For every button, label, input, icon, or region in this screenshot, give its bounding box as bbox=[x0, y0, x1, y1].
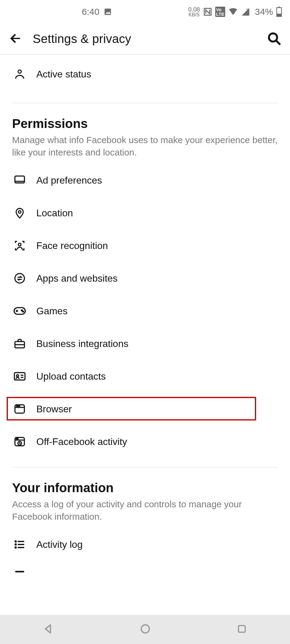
back-arrow-icon bbox=[8, 31, 22, 45]
settings-item-upload-contacts[interactable]: Upload contacts bbox=[0, 360, 290, 393]
browser-history-icon bbox=[13, 436, 26, 447]
settings-item-label: Off-Facebook activity bbox=[36, 436, 127, 447]
svg-point-38 bbox=[15, 544, 16, 545]
settings-item-label: Games bbox=[36, 306, 68, 317]
svg-point-34 bbox=[18, 438, 18, 439]
app-header: Settings & privacy bbox=[0, 24, 290, 54]
battery-icon bbox=[276, 7, 282, 17]
image-icon bbox=[104, 8, 112, 16]
status-left: 6:40 bbox=[82, 7, 112, 17]
search-icon bbox=[266, 31, 282, 46]
settings-item-off-facebook-activity[interactable]: Off-Facebook activity bbox=[0, 425, 290, 458]
section-title: Permissions bbox=[12, 116, 278, 131]
settings-item-partial[interactable] bbox=[0, 561, 290, 573]
section-subtitle: Manage what info Facebook uses to make y… bbox=[12, 134, 278, 159]
signal-icon: x bbox=[241, 7, 250, 16]
status-time: 6:40 bbox=[82, 7, 99, 17]
net-speed-unit: KB/S bbox=[188, 12, 200, 17]
svg-point-18 bbox=[21, 310, 22, 311]
settings-item-ad-preferences[interactable]: Ad preferences bbox=[0, 164, 290, 197]
section-permissions-header: Permissions Manage what info Facebook us… bbox=[0, 103, 290, 159]
svg-rect-6 bbox=[277, 14, 281, 16]
settings-item-active-status[interactable]: Active status bbox=[0, 54, 290, 94]
svg-point-36 bbox=[15, 541, 16, 542]
settings-item-business-integrations[interactable]: Business integrations bbox=[0, 327, 290, 360]
person-icon bbox=[14, 68, 26, 80]
settings-item-label: Location bbox=[36, 208, 73, 219]
page-title: Settings & privacy bbox=[33, 32, 266, 46]
svg-point-33 bbox=[16, 438, 17, 439]
svg-point-12 bbox=[18, 211, 21, 213]
section-your-information-header: Your information Access a log of your ac… bbox=[0, 467, 290, 523]
section-title: Your information bbox=[12, 481, 278, 495]
settings-item-label: Browser bbox=[36, 404, 72, 415]
settings-item-location[interactable]: Location bbox=[0, 197, 290, 229]
settings-item-label: Face recognition bbox=[36, 240, 108, 251]
svg-point-28 bbox=[16, 406, 17, 406]
net-speed: 0.08 KB/S bbox=[188, 6, 200, 17]
settings-item-activity-log[interactable]: Activity log bbox=[0, 528, 290, 561]
browser-window-icon bbox=[13, 403, 26, 415]
svg-rect-10 bbox=[15, 176, 25, 183]
briefcase-icon bbox=[13, 338, 26, 349]
settings-item-label: Active status bbox=[36, 69, 91, 80]
swap-icon bbox=[13, 272, 26, 285]
status-bar: 6:40 0.08 KB/S VoLTE x 34% bbox=[0, 0, 290, 24]
svg-point-13 bbox=[18, 243, 21, 246]
svg-text:x: x bbox=[246, 7, 248, 11]
face-scan-icon bbox=[13, 239, 26, 252]
settings-item-games[interactable]: Games bbox=[0, 295, 290, 327]
content: Active status Permissions Manage what in… bbox=[0, 54, 290, 606]
net-speed-value: 0.08 bbox=[188, 6, 200, 12]
svg-point-9 bbox=[18, 70, 21, 73]
svg-point-23 bbox=[17, 375, 19, 377]
svg-point-29 bbox=[18, 406, 18, 406]
svg-point-30 bbox=[19, 406, 20, 406]
search-button[interactable] bbox=[266, 31, 282, 47]
settings-item-label: Apps and websites bbox=[36, 273, 118, 284]
battery-text: 34% bbox=[255, 7, 273, 17]
svg-point-14 bbox=[15, 273, 25, 283]
contact-card-icon bbox=[13, 371, 26, 381]
section-subtitle: Access a log of your activity and contro… bbox=[12, 498, 278, 523]
nfc-icon bbox=[203, 7, 212, 16]
settings-item-apps-websites[interactable]: Apps and websites bbox=[0, 262, 290, 295]
settings-item-label: Business integrations bbox=[36, 338, 128, 349]
settings-item-label: Activity log bbox=[36, 539, 83, 550]
list-icon bbox=[14, 539, 26, 550]
partial-icon bbox=[14, 570, 26, 573]
location-pin-icon bbox=[14, 206, 26, 220]
svg-point-19 bbox=[23, 311, 24, 312]
status-right: 0.08 KB/S VoLTE x 34% bbox=[188, 6, 282, 17]
gamepad-icon bbox=[13, 306, 26, 316]
settings-item-label: Upload contacts bbox=[36, 371, 106, 382]
monitor-icon bbox=[13, 174, 26, 187]
settings-item-browser[interactable]: Browser bbox=[0, 393, 290, 425]
settings-item-label: Ad preferences bbox=[36, 175, 102, 186]
wifi-icon bbox=[228, 7, 238, 17]
svg-point-40 bbox=[15, 547, 16, 548]
svg-rect-0 bbox=[105, 9, 111, 15]
back-button[interactable] bbox=[8, 31, 22, 47]
settings-item-face-recognition[interactable]: Face recognition bbox=[0, 229, 290, 262]
svg-line-8 bbox=[276, 41, 279, 44]
svg-rect-42 bbox=[15, 571, 24, 572]
volte-icon: VoLTE bbox=[215, 7, 225, 17]
